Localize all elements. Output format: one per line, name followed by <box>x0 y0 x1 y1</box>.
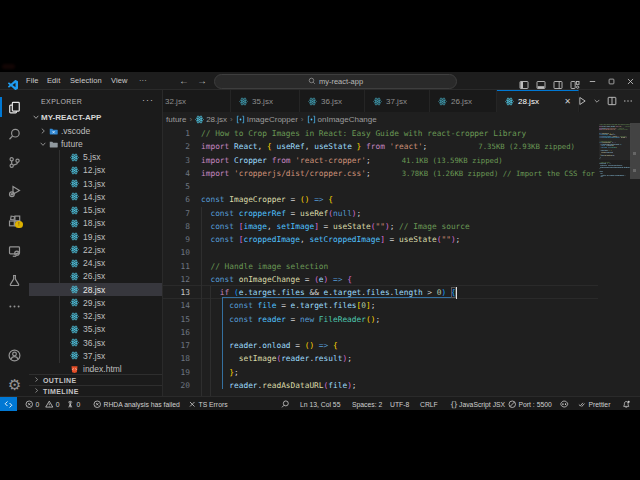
breadcrumb-item[interactable]: future <box>166 115 186 124</box>
activity-source-control[interactable] <box>8 155 21 168</box>
minimap[interactable]: // How to Crop Images in React: Easy Gui… <box>599 124 631 386</box>
tab-28-jsx[interactable]: 28.jsx✕ <box>497 90 579 112</box>
close-window-button[interactable] <box>621 72 639 90</box>
tree-file-5-jsx[interactable]: 5.jsx <box>29 150 163 163</box>
nav-forward-button[interactable]: → <box>196 75 208 87</box>
code-token: "" <box>441 235 450 244</box>
maximize-button[interactable] <box>602 72 620 90</box>
tree-folder-vscode[interactable]: .vscode <box>29 124 163 137</box>
tab-close-icon[interactable]: ✕ <box>564 97 578 106</box>
activity-testing[interactable] <box>8 273 21 286</box>
minimap-slider[interactable] <box>599 124 631 160</box>
tree-file-15-jsx[interactable]: 15.jsx <box>29 203 163 216</box>
tree-file-37-jsx[interactable]: 37.jsx <box>29 349 163 362</box>
activity-explorer[interactable] <box>8 100 21 113</box>
tree-folder-future[interactable]: future <box>29 138 163 151</box>
status-prettier[interactable]: Prettier <box>578 397 610 411</box>
code-token: target <box>300 301 328 310</box>
tree-file-19-jsx[interactable]: 19.jsx <box>29 230 163 243</box>
react-icon <box>70 298 79 307</box>
status-port[interactable]: Port : 5500 <box>508 397 552 411</box>
react-icon <box>70 179 79 188</box>
sidebar-section-outline[interactable]: OUTLINE <box>29 374 163 385</box>
activity-remote-explorer[interactable] <box>8 244 21 257</box>
tree-file-32-jsx[interactable]: 32.jsx <box>29 310 163 323</box>
tree-file-14-jsx[interactable]: 14.jsx <box>29 190 163 203</box>
react-icon <box>70 259 79 268</box>
line-number: 17 <box>163 339 190 352</box>
react-icon <box>308 97 317 106</box>
minimap-line: </div> <box>599 176 631 178</box>
code-token: setImage <box>201 354 276 363</box>
activity-run-debug[interactable] <box>8 184 21 197</box>
tree-file-28-jsx[interactable]: 28.jsx <box>29 283 163 296</box>
react-icon <box>505 97 514 106</box>
tab-32-jsx[interactable]: 32.jsx <box>163 90 231 112</box>
tree-file-26-jsx[interactable]: 26.jsx <box>29 270 163 283</box>
tab-36-jsx[interactable]: 36.jsx <box>300 90 365 112</box>
toggle-secondary-sidebar-button[interactable] <box>553 76 564 87</box>
react-icon <box>373 97 382 106</box>
status-copilot[interactable] <box>560 397 569 411</box>
tree-file-18-jsx[interactable]: 18.jsx <box>29 217 163 230</box>
run-code-button[interactable] <box>577 96 587 106</box>
more-actions-button[interactable] <box>623 96 633 106</box>
tree-file-22-jsx[interactable]: 22.jsx <box>29 243 163 256</box>
status-indentation[interactable]: Spaces: 2 <box>352 397 382 411</box>
activity-account[interactable] <box>8 348 21 361</box>
editor-column: 32.jsx35.jsx36.jsx37.jsx26.jsx28.jsx✕ fu… <box>163 90 640 396</box>
toggle-sidebar-button[interactable] <box>519 76 530 87</box>
activity-extensions[interactable]: ! <box>8 214 21 227</box>
status-eol[interactable]: CRLF <box>420 397 438 411</box>
status-notifications[interactable] <box>622 397 631 411</box>
tree-root-folder[interactable]: MY-REACT-APP <box>29 110 163 123</box>
code-token: result <box>314 354 342 363</box>
tab-35-jsx[interactable]: 35.jsx <box>231 90 300 112</box>
menu-selection[interactable]: Selection <box>70 72 102 90</box>
activity-search[interactable] <box>8 127 21 140</box>
minimize-button[interactable] <box>583 72 601 90</box>
status-ports[interactable]: 0 <box>66 397 80 411</box>
tree-file-36-jsx[interactable]: 36.jsx <box>29 336 163 349</box>
status-search-status[interactable] <box>281 397 290 411</box>
code-area[interactable]: 1// How to Crop Images in React: Easy Gu… <box>163 127 640 396</box>
scrollbar-decoration <box>633 169 636 172</box>
activity-more-views[interactable] <box>8 299 21 312</box>
tree-file-24-jsx[interactable]: 24.jsx <box>29 256 163 269</box>
activity-settings[interactable]: ⚙ <box>8 376 21 389</box>
tree-file-35-jsx[interactable]: 35.jsx <box>29 323 163 336</box>
status-language[interactable]: {}JavaScript JSX <box>450 397 505 411</box>
nav-back-button[interactable]: ← <box>178 75 190 87</box>
menu-file[interactable]: File <box>26 72 39 90</box>
menu-view[interactable]: View <box>111 72 128 90</box>
tree-file-13-jsx[interactable]: 13.jsx <box>29 177 163 190</box>
split-editor-button[interactable] <box>607 96 617 106</box>
customize-layout-button[interactable] <box>570 76 581 87</box>
status-encoding[interactable]: UTF-8 <box>390 397 409 411</box>
tree-file-12-jsx[interactable]: 12.jsx <box>29 164 163 177</box>
tab-37-jsx[interactable]: 37.jsx <box>365 90 430 112</box>
sidebar-section-timeline[interactable]: TIMELINE <box>29 385 163 396</box>
breadcrumb-item[interactable]: onImageChange <box>307 115 377 124</box>
menu-more[interactable]: ··· <box>139 72 147 90</box>
tab-26-jsx[interactable]: 26.jsx <box>430 90 497 112</box>
tree-file-index-html[interactable]: index.html <box>29 363 163 374</box>
code-token: cropperRef <box>239 209 286 218</box>
status-ts-errors[interactable]: TS Errors <box>188 397 228 411</box>
status-cursor-position[interactable]: Ln 13, Col 55 <box>300 397 340 411</box>
breadcrumb-item[interactable]: ImageCropper <box>236 115 298 124</box>
toggle-panel-button[interactable] <box>536 76 547 87</box>
run-dropdown-button[interactable] <box>593 97 601 105</box>
breadcrumb-item[interactable]: 28.jsx <box>195 115 227 124</box>
status-label: 0 <box>77 401 81 408</box>
sidebar-more-actions[interactable]: ··· <box>142 95 154 108</box>
scrollbar-slider[interactable] <box>630 123 640 179</box>
status-problems[interactable]: 00 <box>25 397 60 411</box>
status-rhda[interactable]: RHDA analysis has failed <box>93 397 180 411</box>
copilot-icon <box>560 400 569 409</box>
menu-edit[interactable]: Edit <box>47 72 60 90</box>
command-center[interactable]: my-react-app <box>214 74 457 89</box>
remote-indicator[interactable] <box>0 397 17 411</box>
tree-file-29-jsx[interactable]: 29.jsx <box>29 296 163 309</box>
warning-triangle-icon <box>45 400 54 409</box>
